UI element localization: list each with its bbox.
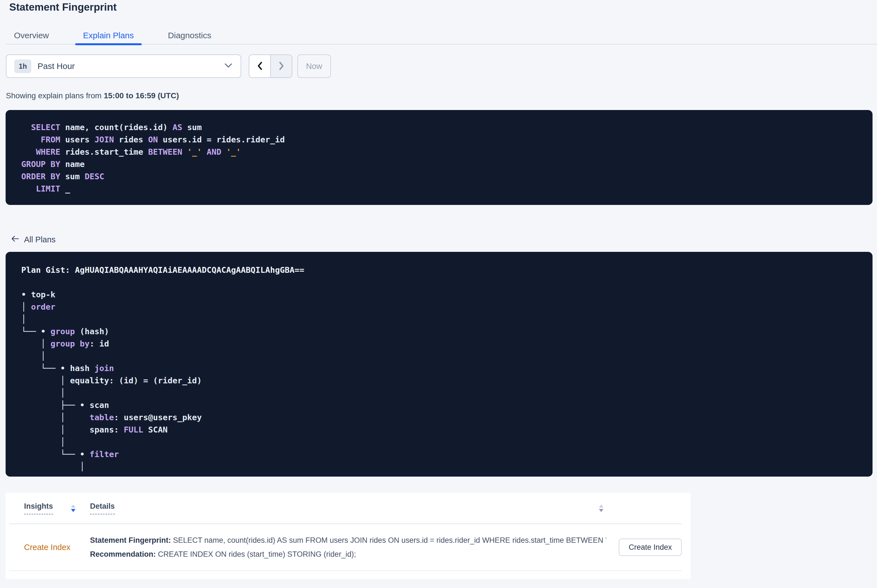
- statement-fingerprint-detail-label: Statement Fingerprint:: [90, 536, 171, 544]
- table-row: Create Index Statement Fingerprint: SELE…: [9, 524, 681, 571]
- page-title: Statement Fingerprint: [9, 0, 877, 14]
- prev-range-button[interactable]: [249, 55, 270, 77]
- recommendation-detail-label: Recommendation:: [90, 550, 156, 558]
- sort-icon-details[interactable]: [599, 504, 603, 512]
- details-column-header[interactable]: Details: [90, 502, 115, 514]
- insights-column-header[interactable]: Insights: [24, 502, 53, 514]
- recommendation-detail-text: CREATE INDEX ON rides (start_time) STORI…: [156, 550, 356, 558]
- chevron-down-icon: [224, 63, 232, 69]
- now-button[interactable]: Now: [297, 54, 331, 78]
- statement-sql-panel: SELECT name, count(rides.id) AS sum FROM…: [6, 110, 872, 205]
- time-pager: [249, 54, 292, 78]
- insight-cell: Create Index: [24, 543, 90, 552]
- plan-gist-text: Plan Gist: AgHUAQIABQAAAHYAQIAiAEAAAADCQ…: [21, 264, 861, 473]
- tab-bar: Overview Explain Plans Diagnostics: [6, 30, 877, 45]
- time-range-caption: Showing explain plans from 15:00 to 16:5…: [6, 91, 877, 101]
- all-plans-link[interactable]: All Plans: [11, 235, 56, 244]
- time-range-badge: 1h: [14, 60, 31, 73]
- chevron-left-icon: [257, 62, 263, 71]
- sort-icon-insights[interactable]: [71, 504, 75, 512]
- time-range-select[interactable]: 1h Past Hour: [6, 54, 241, 78]
- chevron-right-icon: [278, 62, 285, 71]
- insight-type-link[interactable]: Create Index: [24, 543, 71, 552]
- recommendation-detail: Recommendation: CREATE INDEX ON rides (s…: [90, 547, 606, 561]
- plan-gist-panel: Plan Gist: AgHUAQIABQAAAHYAQIAiAEAAAADCQ…: [6, 252, 872, 477]
- time-range-caption-prefix: Showing explain plans from: [6, 91, 104, 100]
- action-cell: Create Index: [615, 538, 681, 556]
- all-plans-label: All Plans: [24, 235, 56, 244]
- create-index-button[interactable]: Create Index: [619, 538, 681, 556]
- statement-fingerprint-page: Statement Fingerprint Overview Explain P…: [0, 0, 877, 588]
- time-range-caption-range: 15:00 to 16:59 (UTC): [104, 91, 179, 100]
- time-controls: 1h Past Hour Now: [6, 54, 877, 78]
- tab-explain-plans[interactable]: Explain Plans: [83, 30, 134, 44]
- insights-table: Insights Details Create Index Statement …: [6, 493, 690, 579]
- details-header-cell: Details: [90, 502, 615, 514]
- statement-sql-text: SELECT name, count(rides.id) AS sum FROM…: [21, 121, 861, 195]
- time-range-label: Past Hour: [38, 62, 224, 71]
- insights-header-cell: Insights: [24, 502, 90, 514]
- insights-table-header: Insights Details: [9, 493, 681, 524]
- next-range-button[interactable]: [270, 55, 292, 77]
- tab-diagnostics[interactable]: Diagnostics: [168, 30, 211, 44]
- statement-fingerprint-detail-text: SELECT name, count(rides.id) AS sum FROM…: [171, 536, 606, 544]
- statement-fingerprint-detail: Statement Fingerprint: SELECT name, coun…: [90, 533, 606, 547]
- details-cell: Statement Fingerprint: SELECT name, coun…: [90, 533, 606, 561]
- tab-overview[interactable]: Overview: [14, 30, 49, 44]
- arrow-left-icon: [11, 235, 19, 244]
